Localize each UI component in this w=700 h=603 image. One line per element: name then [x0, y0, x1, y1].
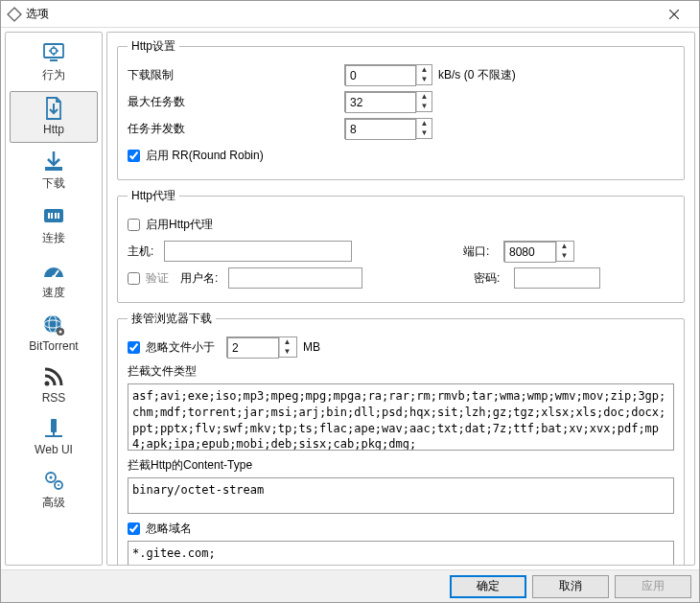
- gauge-icon: [41, 258, 66, 283]
- ignore-size-label: 忽略文件小于: [146, 339, 215, 356]
- svg-point-24: [59, 331, 62, 334]
- gear-monitor-icon: [41, 40, 66, 65]
- close-button[interactable]: [655, 1, 693, 28]
- main-panel: Http设置 下载限制 ▲▼ kB/s (0 不限速) 最大任务数 ▲▼ 任务并…: [106, 32, 695, 566]
- max-tasks-input[interactable]: [345, 92, 416, 113]
- svg-rect-12: [45, 167, 62, 171]
- proxy-host-input[interactable]: [164, 241, 352, 262]
- dl-limit-spinner[interactable]: ▲▼: [344, 64, 432, 85]
- enable-rr-label: 启用 RR(Round Robin): [146, 148, 264, 164]
- proxy-port-label: 端口:: [463, 244, 498, 260]
- svg-point-30: [50, 476, 53, 479]
- proxy-verify-label: 验证: [146, 270, 169, 287]
- max-tasks-label: 最大任务数: [128, 94, 338, 110]
- cogs-icon: [41, 468, 66, 493]
- sidebar-item-speed[interactable]: 速度: [10, 254, 98, 307]
- sidebar-item-http[interactable]: Http: [10, 91, 98, 143]
- http-proxy-group: Http代理 启用Http代理 主机: 端口: ▲▼ 验证 用户名: 密码:: [117, 188, 685, 303]
- spin-down-icon[interactable]: ▼: [280, 347, 294, 357]
- ignore-size-input[interactable]: [227, 337, 279, 359]
- http-proxy-legend: Http代理: [128, 188, 179, 204]
- sidebar-item-label: 下载: [42, 175, 65, 192]
- browser-capture-legend: 接管浏览器下载: [128, 311, 216, 327]
- spin-up-icon[interactable]: ▲: [280, 337, 294, 347]
- ignore-domain-textarea[interactable]: [128, 541, 674, 566]
- ignore-size-unit: MB: [303, 340, 320, 354]
- sidebar-item-webui[interactable]: Web UI: [10, 412, 98, 462]
- svg-rect-17: [58, 213, 59, 219]
- spin-up-icon[interactable]: ▲: [417, 65, 432, 75]
- svg-rect-26: [51, 419, 57, 432]
- sidebar-item-advanced[interactable]: 高级: [10, 464, 98, 517]
- sidebar-item-behavior[interactable]: 行为: [10, 36, 98, 89]
- ignore-size-checkbox[interactable]: [128, 341, 140, 354]
- svg-point-5: [51, 48, 57, 54]
- content-type-label: 拦截Http的Content-Type: [128, 457, 252, 474]
- spin-down-icon[interactable]: ▼: [417, 75, 432, 84]
- sidebar: 行为 Http 下载 连接 速度: [5, 32, 103, 566]
- window-title: 选项: [26, 6, 655, 22]
- ignore-domain-label: 忽略域名: [146, 521, 192, 537]
- sidebar-item-connection[interactable]: 连接: [10, 199, 98, 252]
- ignore-size-spinner[interactable]: ▲▼: [226, 336, 297, 358]
- enable-rr-checkbox[interactable]: [128, 150, 140, 162]
- max-tasks-spinner[interactable]: ▲▼: [344, 91, 432, 112]
- proxy-user-input[interactable]: [228, 267, 362, 289]
- spin-down-icon[interactable]: ▼: [417, 128, 432, 138]
- proxy-pass-input[interactable]: [514, 267, 600, 289]
- dl-limit-unit: kB/s (0 不限速): [438, 67, 516, 83]
- file-types-textarea[interactable]: [128, 383, 674, 451]
- content-type-textarea[interactable]: [128, 477, 674, 514]
- svg-point-25: [45, 382, 50, 386]
- proxy-verify-checkbox[interactable]: [128, 272, 140, 285]
- close-icon: [669, 10, 679, 19]
- svg-rect-4: [50, 59, 58, 61]
- svg-rect-15: [51, 213, 53, 219]
- server-icon: [41, 416, 66, 441]
- dl-limit-label: 下载限制: [128, 67, 338, 83]
- rss-icon: [41, 364, 66, 389]
- sidebar-item-label: BitTorrent: [29, 339, 78, 353]
- proxy-user-label: 用户名:: [180, 270, 222, 287]
- svg-point-32: [58, 484, 59, 486]
- svg-rect-13: [44, 209, 63, 222]
- proxy-port-spinner[interactable]: ▲▼: [503, 241, 574, 262]
- file-types-label: 拦截文件类型: [128, 363, 197, 380]
- globe-gear-icon: [41, 313, 66, 337]
- sidebar-item-label: 行为: [42, 67, 65, 83]
- svg-marker-0: [8, 8, 21, 21]
- task-threads-spinner[interactable]: ▲▼: [344, 118, 432, 139]
- spin-up-icon[interactable]: ▲: [417, 92, 432, 102]
- ok-button[interactable]: 确定: [450, 575, 526, 598]
- spin-down-icon[interactable]: ▼: [557, 251, 572, 261]
- ethernet-icon: [41, 203, 66, 228]
- enable-proxy-checkbox[interactable]: [128, 219, 140, 231]
- app-icon: [7, 7, 22, 22]
- sidebar-item-label: RSS: [42, 391, 66, 405]
- enable-proxy-label: 启用Http代理: [146, 217, 213, 233]
- sidebar-item-rss[interactable]: RSS: [10, 360, 98, 410]
- sidebar-item-label: 连接: [42, 230, 65, 246]
- http-settings-group: Http设置 下载限制 ▲▼ kB/s (0 不限速) 最大任务数 ▲▼ 任务并…: [117, 38, 685, 180]
- ignore-domain-checkbox[interactable]: [128, 522, 140, 535]
- proxy-port-input[interactable]: [504, 242, 556, 263]
- http-settings-legend: Http设置: [128, 38, 179, 55]
- download-file-icon: [41, 96, 66, 121]
- spin-up-icon[interactable]: ▲: [417, 119, 432, 128]
- spin-down-icon[interactable]: ▼: [417, 102, 432, 111]
- task-threads-label: 任务并发数: [128, 121, 338, 137]
- spin-up-icon[interactable]: ▲: [557, 242, 572, 251]
- task-threads-input[interactable]: [345, 119, 416, 140]
- dl-limit-input[interactable]: [345, 65, 416, 86]
- sidebar-item-download[interactable]: 下载: [10, 145, 98, 197]
- cancel-button[interactable]: 取消: [532, 575, 609, 598]
- svg-rect-14: [48, 213, 50, 219]
- sidebar-item-label: 速度: [42, 285, 65, 301]
- browser-capture-group: 接管浏览器下载 忽略文件小于 ▲▼ MB 拦截文件类型 拦截Http的Conte…: [117, 311, 685, 566]
- dialog-footer: 确定 取消 应用: [1, 569, 699, 602]
- sidebar-item-label: 高级: [42, 495, 65, 511]
- apply-button[interactable]: 应用: [615, 575, 691, 598]
- svg-rect-16: [55, 213, 57, 219]
- sidebar-item-bittorrent[interactable]: BitTorrent: [10, 309, 98, 359]
- proxy-pass-label: 密码:: [474, 270, 508, 287]
